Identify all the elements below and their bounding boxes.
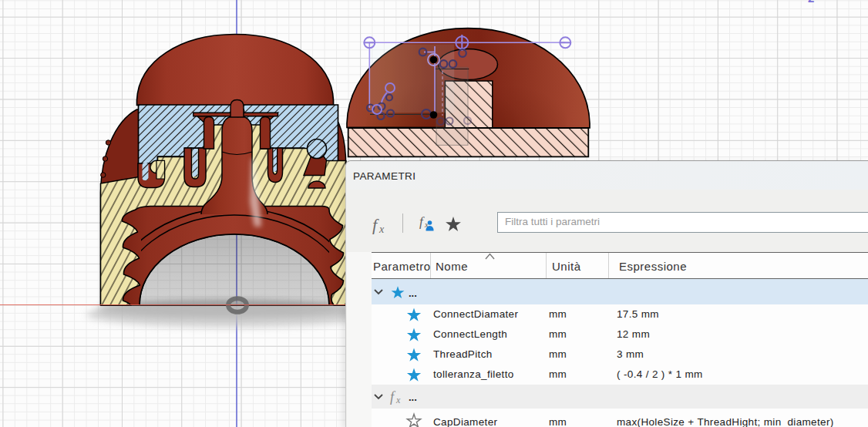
svg-text:...: ...: [409, 287, 417, 299]
svg-text:f: f: [390, 389, 396, 405]
svg-text:...: ...: [409, 392, 417, 403]
svg-text:f: f: [419, 214, 425, 229]
svg-text:x: x: [378, 224, 385, 235]
svg-text:x: x: [395, 395, 401, 405]
svg-text:f: f: [372, 215, 379, 234]
